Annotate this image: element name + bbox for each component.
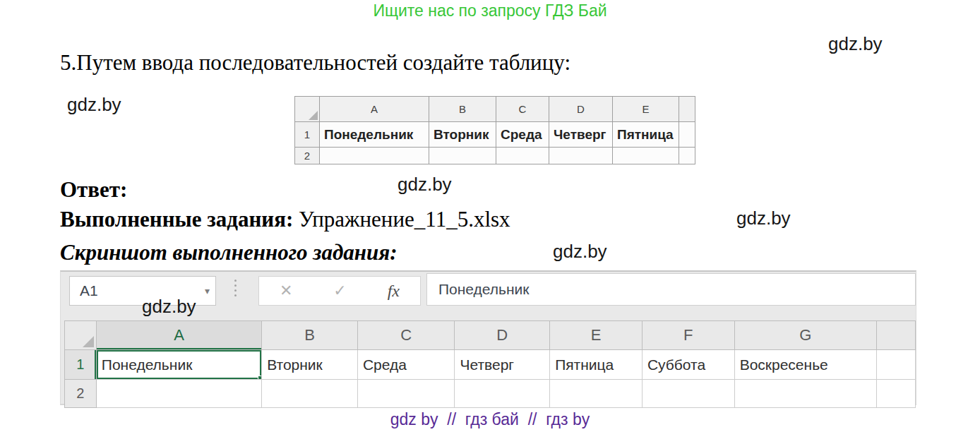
grid-cell[interactable] [877,380,916,408]
grid-cell-f2[interactable] [642,380,734,408]
select-all-triangle-icon [83,336,94,347]
watermark-gdzby: gdz.by [67,94,121,116]
name-box-value: A1 [80,282,98,299]
grid-cell-b2[interactable] [262,380,358,408]
watermark-gdzby: gdz.by [553,241,607,263]
preview-cell: Пятница [613,122,679,148]
watermark-gdzby: gdz.by [828,33,883,55]
preview-col-header: D [549,97,613,122]
grid-cell-d1[interactable]: Четверг [455,350,550,380]
preview-row-header: 1 [295,122,320,148]
fill-handle[interactable] [258,376,262,380]
completed-tasks-filename: Упражнение_11_5.xlsx [293,207,510,232]
preview-col-header-partial [679,97,695,122]
formula-buttons: ✕ ✓ fx [258,276,421,306]
watermark-gdzby: gdz.by [142,296,196,318]
preview-col-header: A [320,97,429,122]
answer-label: Ответ: [60,176,127,203]
cancel-icon[interactable]: ✕ [280,282,292,300]
column-header-c[interactable]: C [357,321,455,350]
watermark-gdzby: gdz.by [736,208,791,229]
insert-function-icon[interactable]: fx [388,282,400,301]
completed-tasks-label: Выполненные задания: [60,207,293,232]
footer-keywords: gdz by // гдз бай // гдз by [0,410,980,429]
spreadsheet-grid: A B C D E F G 1 Понедельник Вторник Сред… [64,320,916,408]
row-header-1[interactable]: 1 [65,350,97,380]
select-all-corner[interactable] [65,321,97,350]
grid-cell-e2[interactable] [550,380,643,408]
preview-cell [429,148,496,164]
column-header-f[interactable]: F [642,321,734,350]
column-header-d[interactable]: D [455,321,550,350]
promo-banner: Ищите нас по запросу ГДЗ Бай [0,1,980,20]
formula-bar-value: Понедельник [438,281,530,297]
row-header-2[interactable]: 2 [65,380,97,408]
select-all-triangle-icon [309,111,318,120]
enter-icon[interactable]: ✓ [333,282,346,300]
separator-dots-icon [234,280,237,296]
watermark-gdzby: gdz.by [398,174,452,196]
grid-cell[interactable] [877,350,916,380]
grid-cell-c1[interactable]: Среда [357,350,455,380]
preview-col-header: C [496,97,549,122]
preview-cell [320,148,429,164]
selected-cell-a1[interactable]: Понедельник [96,350,261,380]
preview-select-all [295,97,320,122]
preview-cell: Понедельник [320,122,429,148]
task-title: 5.Путем ввода последовательностей создай… [60,49,570,76]
grid-cell-d2[interactable] [455,380,550,408]
preview-cell [679,122,695,148]
task-preview-table: A B C D E 1 Понедельник Вторник Среда Че… [294,96,695,164]
grid-cell-a2[interactable] [96,380,261,408]
column-header-g[interactable]: G [734,321,877,350]
column-header-e[interactable]: E [550,321,643,350]
preview-cell: Четверг [549,122,613,148]
column-header-a[interactable]: A [96,321,261,350]
preview-cell [679,148,695,164]
preview-cell [496,148,549,164]
preview-col-header: E [613,97,679,122]
chevron-down-icon[interactable]: ▾ [205,277,210,305]
preview-cell: Вторник [429,122,496,148]
grid-cell-g1[interactable]: Воскресенье [734,350,877,380]
preview-cell [549,148,613,164]
completed-tasks-line: Выполненные задания: Упражнение_11_5.xls… [60,206,510,233]
grid-cell-g2[interactable] [734,380,877,408]
preview-cell: Среда [496,122,549,148]
preview-row-header: 2 [295,148,320,164]
answer-page: Ищите нас по запросу ГДЗ Бай gdz.by 5.Пу… [0,0,980,432]
formula-bar[interactable]: Понедельник [426,273,916,306]
grid-cell-f1[interactable]: Суббота [642,350,734,380]
excel-screenshot: A1 ▾ gdz.by ✕ ✓ fx Понедельник A B C [60,270,916,405]
column-header-partial[interactable] [877,321,916,350]
grid-cell-e1[interactable]: Пятница [550,350,643,380]
preview-col-header: B [429,97,496,122]
preview-cell [613,148,679,164]
grid-cell-b1[interactable]: Вторник [262,350,358,380]
grid-cell-c2[interactable] [357,380,455,408]
screenshot-label: Скриншот выполненного задания: [60,239,398,266]
column-header-b[interactable]: B [262,321,358,350]
